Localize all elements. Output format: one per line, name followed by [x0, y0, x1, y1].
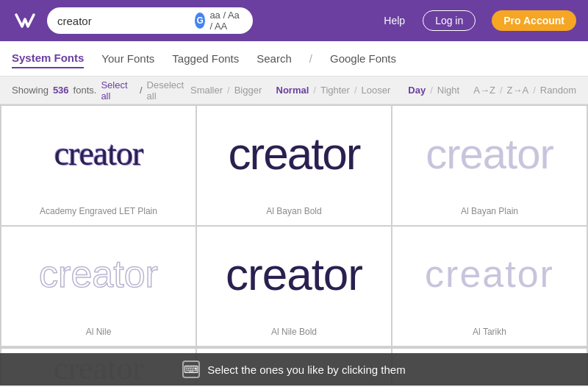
font-card-al-tarikh[interactable]: creator Al Tarikh [392, 227, 587, 346]
tooltip-bar: ⌨ Select the ones you like by clicking t… [0, 353, 588, 386]
fonts-label: fonts. [74, 85, 97, 96]
font-card-al-bayan-bold[interactable]: creator Al Bayan Bold [197, 106, 391, 225]
sort-az-link[interactable]: A→Z [473, 85, 495, 96]
tooltip-text: Select the ones you like by clicking the… [207, 363, 405, 376]
theme-day-link[interactable]: Day [408, 85, 426, 96]
logo-icon [13, 9, 37, 32]
font-preview-al-nile-bold: creator [197, 227, 391, 321]
font-name-al-nile: Al Nile [86, 321, 112, 346]
deselect-sep: / [140, 85, 143, 96]
spacing-looser-link[interactable]: Looser [362, 85, 391, 96]
search-input[interactable] [57, 15, 183, 27]
font-count: 536 [53, 85, 69, 96]
font-name-al-tarikh: Al Tarikh [473, 321, 506, 346]
navigation: System Fonts Your Fonts Tagged Fonts Sea… [0, 41, 588, 77]
header: G aa / Aa / AA Help Log in Pro Account [0, 0, 588, 41]
help-link[interactable]: Help [384, 15, 405, 26]
pro-account-button[interactable]: Pro Account [492, 10, 576, 31]
nav-item-search[interactable]: Search [257, 49, 292, 68]
case-options[interactable]: aa / Aa / AA [209, 10, 243, 32]
sort-random-link[interactable]: Random [540, 85, 576, 96]
google-badge: G aa / Aa / AA [195, 10, 243, 32]
font-card-academy[interactable]: creator Academy Engraved LET Plain [1, 106, 196, 225]
spacing-normal-link[interactable]: Normal [276, 85, 309, 96]
login-button[interactable]: Log in [423, 10, 476, 31]
font-preview-al-tarikh: creator [392, 227, 587, 321]
controls-bar: Showing 536 fonts. Select all / Deselect… [0, 77, 588, 104]
nav-item-google-fonts[interactable]: Google Fonts [330, 49, 396, 68]
size-smaller-link[interactable]: Smaller [190, 85, 223, 96]
controls-left: Showing 536 fonts. Select all / Deselect… [12, 79, 190, 102]
font-name-al-nile-bold: Al Nile Bold [271, 321, 317, 346]
font-name-al-bayan-bold: Al Bayan Bold [266, 200, 321, 225]
font-card-al-bayan-plain[interactable]: creator Al Bayan Plain [392, 106, 587, 225]
nav-separator: / [309, 52, 312, 65]
font-preview-al-nile: creator [1, 227, 196, 321]
font-preview-al-bayan-bold: creator [197, 106, 391, 200]
size-bigger-link[interactable]: Bigger [234, 85, 262, 96]
font-preview-al-bayan-plain: creator [392, 106, 587, 200]
deselect-all-link[interactable]: Deselect all [147, 79, 190, 102]
font-name-al-bayan-plain: Al Bayan Plain [461, 200, 518, 225]
nav-item-your-fonts[interactable]: Your Fonts [101, 49, 154, 68]
controls-right: Day / Night A→Z / Z→A / Random [408, 85, 576, 96]
spacing-tighter-link[interactable]: Tighter [320, 85, 350, 96]
font-card-al-nile-bold[interactable]: creator Al Nile Bold [197, 227, 391, 346]
google-icon: G [195, 13, 205, 29]
nav-item-system-fonts[interactable]: System Fonts [12, 49, 84, 68]
nav-item-tagged-fonts[interactable]: Tagged Fonts [172, 49, 239, 68]
sort-za-link[interactable]: Z→A [507, 85, 529, 96]
controls-center: Smaller / Bigger Normal / Tighter / Loos… [190, 85, 390, 96]
theme-night-link[interactable]: Night [437, 85, 459, 96]
search-bar[interactable]: G aa / Aa / AA [47, 7, 253, 34]
font-preview-academy: creator [1, 106, 196, 200]
font-card-al-nile[interactable]: creator Al Nile [1, 227, 196, 346]
keyboard-icon: ⌨ [182, 361, 200, 378]
font-grid-wrapper: creator Academy Engraved LET Plain creat… [0, 104, 588, 386]
showing-label: Showing [12, 85, 49, 96]
select-all-link[interactable]: Select all [101, 79, 135, 102]
logo [12, 7, 38, 34]
font-grid: creator Academy Engraved LET Plain creat… [0, 104, 588, 347]
font-name-academy: Academy Engraved LET Plain [40, 200, 157, 225]
